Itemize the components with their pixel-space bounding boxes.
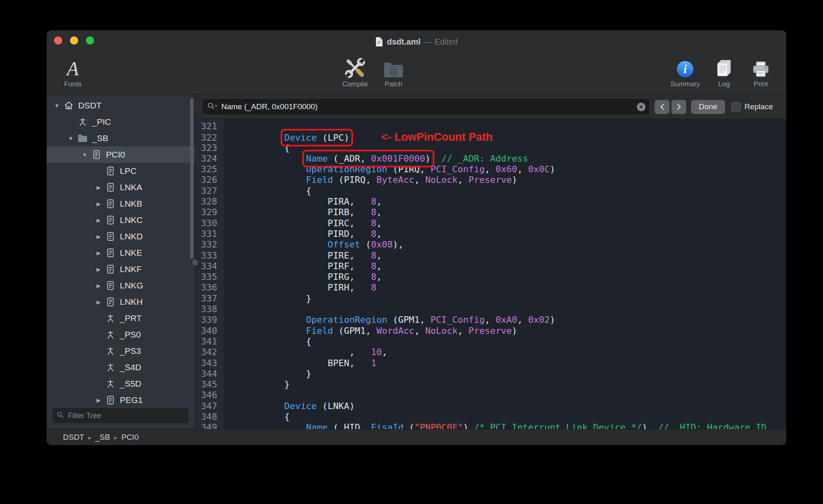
code-token: ) [550,315,555,325]
code-token: PIRB, [241,207,371,217]
tree-item-pci0[interactable]: ▼PCI0 [47,146,195,163]
minimize-button[interactable] [70,36,78,45]
tree-item-lnke[interactable]: ▶LNKE [47,245,195,261]
code-token: ( [360,239,371,250]
code-line-339: 339 OperationRegion (GPM1, PCI_Config, 0… [195,315,786,325]
disclosure-collapsed-icon[interactable]: ▶ [92,217,105,223]
disclosure-collapsed-icon[interactable]: ▶ [92,266,105,272]
line-number: 344 [195,369,224,379]
line-number: 345 [195,379,224,390]
disclosure-collapsed-icon[interactable]: ▶ [92,250,105,256]
code-line-348: 348 { [195,412,786,422]
code-token: PCI_Config [431,164,485,174]
search-menu-icon[interactable] [207,102,218,112]
code-token: PCI_Config [431,315,485,325]
tree-item-label: _PRT [120,313,142,323]
code-editor[interactable]: 321322 Device (LPC)<- LowPinCount Path32… [195,119,786,429]
disclosure-collapsed-icon[interactable]: ▶ [92,299,105,305]
tree-item-label: _PIC [92,117,111,127]
disclosure-expanded-icon[interactable]: ▼ [65,135,77,142]
tree-item-lnkd[interactable]: ▶LNKD [47,228,195,245]
code-line-329: 329 PIRB, 8, [195,207,786,218]
tree-item-lnkh[interactable]: ▶LNKH [47,294,195,310]
filter-tree-field[interactable] [52,407,189,424]
log-label: Log [718,80,730,88]
code-line-326: 326 Field (PIRQ, ByteAcc, NoLock, Preser… [195,175,786,185]
find-previous-button[interactable] [654,100,670,114]
code-token: Name [306,153,328,164]
tree-item-dsdt[interactable]: ▼DSDT [47,97,195,114]
clear-search-icon[interactable]: ✕ [637,103,645,111]
code-line-340: 340 Field (GPM1, WordAcc, NoLock, Preser… [195,326,786,336]
code-line-342: 342 , 10, [195,347,786,358]
code-line-338: 338 [195,304,786,315]
sidebar-scrollbar[interactable] [190,98,193,259]
disclosure-expanded-icon[interactable]: ▼ [51,103,63,109]
tree-item-label: LNKB [120,199,142,209]
tree-item-lpc[interactable]: LPC [47,163,195,179]
zoom-button[interactable] [86,36,94,45]
tree-item-lnka[interactable]: ▶LNKA [47,179,195,196]
replace-checkbox[interactable] [731,102,741,112]
code-token: EisaId [371,422,403,429]
svg-text:i: i [684,63,687,76]
splitter-handle[interactable] [192,259,198,266]
line-number: 324 [195,153,224,164]
breadcrumb-separator-icon: ▸ [114,433,117,441]
tree-item-_s4d[interactable]: _S4D [47,359,195,376]
filter-tree-input[interactable] [67,411,185,421]
disclosure-collapsed-icon[interactable]: ▶ [92,201,105,207]
tree-item-peg1[interactable]: ▶PEG1 [47,392,195,405]
find-next-button[interactable] [671,100,686,114]
folder-icon [77,133,88,144]
fonts-button[interactable]: A Fonts [56,54,90,88]
code-token: Preserve [468,326,512,336]
breadcrumb-separator-icon: ▸ [88,433,92,441]
breadcrumb-item-dsdt[interactable]: DSDT [63,433,84,442]
line-number: 341 [195,336,224,347]
breadcrumb-item-pci0[interactable]: PCI0 [121,433,139,442]
code-token: (PIRQ, [387,164,431,174]
breadcrumb-item-sb[interactable]: _SB [95,433,110,442]
code-token: (_ADR, [328,153,371,164]
log-button[interactable]: Log [708,54,740,88]
code-line-349: 349 Name (_HID, EisaId ("PNP0C0F") /* PC… [195,422,786,429]
line-number: 346 [195,390,224,400]
print-button[interactable]: Print [744,54,777,88]
search-field[interactable]: ✕ [202,98,650,115]
disclosure-collapsed-icon[interactable]: ▶ [92,397,105,403]
code-token [241,315,306,325]
tree-item-lnkc[interactable]: ▶LNKC [47,212,195,228]
method-icon [77,116,88,128]
line-number: 340 [195,326,224,336]
compile-button[interactable]: Compile [338,54,372,88]
line-number: 323 [195,143,224,153]
done-button[interactable]: Done [691,100,725,114]
tree-item-_prt[interactable]: _PRT [47,310,195,326]
code-token: { [241,143,290,153]
code-token: "PNP0C0F" [414,422,463,429]
tree-item-lnkg[interactable]: ▶LNKG [47,277,195,294]
close-button[interactable] [54,36,62,45]
tree-item-lnkb[interactable]: ▶LNKB [47,196,195,212]
tree-item-_sb[interactable]: ▼_SB [47,130,195,146]
patch-button[interactable]: Patch [376,54,411,88]
summary-label: Summary [670,80,700,88]
code-token: (_HID, [328,422,371,429]
device-icon [105,394,116,405]
tree-item-lnkf[interactable]: ▶LNKF [47,261,195,277]
tree-item-_s5d[interactable]: _S5D [47,376,195,392]
breadcrumb: DSDT ▸ _SB ▸ PCI0 [47,429,786,445]
summary-button[interactable]: i Summary [667,54,704,88]
tree-item-_ps0[interactable]: _PS0 [47,326,195,343]
disclosure-expanded-icon[interactable]: ▼ [79,152,91,158]
disclosure-collapsed-icon[interactable]: ▶ [92,234,105,240]
disclosure-collapsed-icon[interactable]: ▶ [92,184,105,191]
tree-item-_pic[interactable]: _PIC [47,114,195,130]
code-line-334: 334 PIRF, 8, [195,261,786,272]
tree-item-_ps3[interactable]: _PS3 [47,343,195,359]
code-token: Field [306,326,333,336]
line-number: 330 [195,218,224,229]
disclosure-collapsed-icon[interactable]: ▶ [92,283,105,289]
search-input[interactable] [220,102,634,112]
